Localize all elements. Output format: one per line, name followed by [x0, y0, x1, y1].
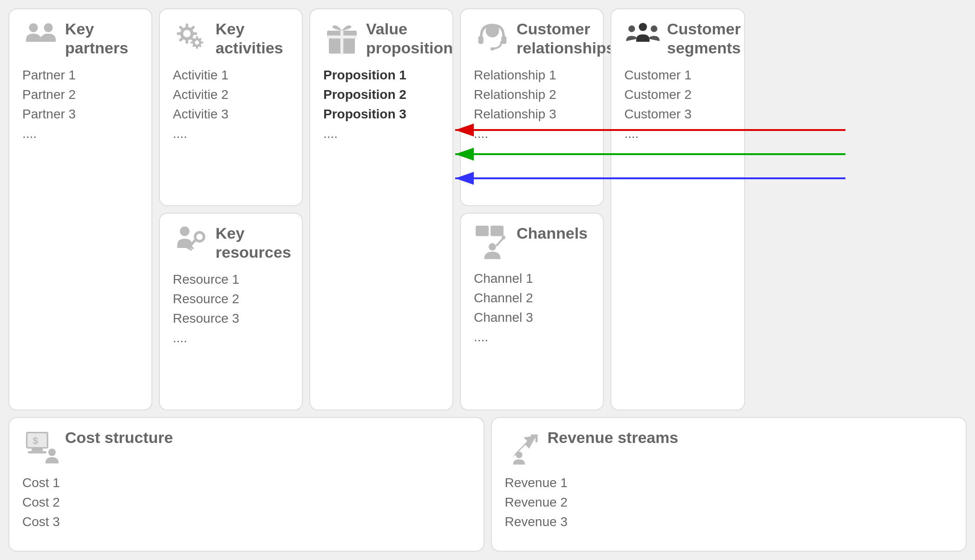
activities-header: Key activities [173, 20, 289, 58]
card-revenue: Revenue streams Revenue 1 Revenue 2 Reve… [491, 417, 967, 552]
svg-rect-15 [478, 36, 484, 44]
segments-header: Customer segments [624, 20, 731, 58]
value-items: Proposition 1 Proposition 2 Proposition … [323, 68, 439, 141]
svg-point-24 [639, 23, 647, 31]
col-activities: Key activities Activitie 1 Activitie 2 A… [159, 8, 303, 410]
list-item: .... [624, 126, 731, 141]
list-item: Cost 1 [22, 475, 471, 490]
list-item: .... [173, 126, 289, 141]
list-item: Activitie 2 [173, 87, 289, 102]
resources-icon [173, 224, 210, 261]
relationships-title: Customer relationships [517, 20, 615, 58]
list-item: Relationship 1 [474, 68, 590, 83]
relationships-icon [474, 20, 511, 57]
svg-point-25 [628, 26, 635, 32]
svg-point-26 [651, 26, 657, 32]
value-item-3: Proposition 3 [323, 107, 439, 122]
svg-point-6 [195, 232, 204, 241]
list-item: Relationship 2 [474, 87, 590, 102]
svg-point-5 [180, 227, 190, 236]
list-item: .... [474, 330, 590, 345]
bottom-section: $ Cost structure Cost 1 Cost 2 Cost 3 [8, 417, 967, 552]
svg-rect-13 [327, 35, 357, 38]
cost-title: Cost structure [65, 428, 173, 447]
list-item: Activitie 3 [173, 107, 289, 122]
card-channels: Channels Channel 1 Channel 2 Channel 3 .… [460, 213, 604, 410]
list-item: Cost 3 [22, 514, 471, 529]
svg-text:$: $ [33, 435, 38, 446]
list-item: Channel 1 [474, 271, 590, 286]
segments-items: Customer 1 Customer 2 Customer 3 .... [624, 68, 731, 141]
value-item-1: Proposition 1 [323, 68, 439, 83]
channels-icon [474, 224, 511, 261]
card-segments: Customer segments Customer 1 Customer 2 … [610, 8, 745, 410]
list-item: Customer 2 [624, 87, 731, 102]
list-item: Resource 2 [173, 292, 289, 306]
list-item: Cost 2 [22, 495, 471, 510]
card-partners-header: Key partners [22, 20, 138, 58]
list-item: Relationship 3 [474, 107, 590, 122]
svg-line-22 [497, 239, 503, 245]
activities-items: Activitie 1 Activitie 2 Activitie 3 .... [173, 68, 289, 141]
list-item: Activitie 1 [173, 68, 289, 83]
svg-line-8 [190, 246, 193, 248]
list-item: Revenue 2 [505, 495, 953, 510]
value-icon [323, 20, 360, 57]
revenue-items: Revenue 1 Revenue 2 Revenue 3 [505, 475, 953, 529]
list-item: Channel 3 [474, 310, 590, 325]
cost-items: Cost 1 Cost 2 Cost 3 [22, 475, 471, 529]
resources-header: Key resources [173, 224, 289, 262]
col-relationships: Customer relationships Relationship 1 Re… [460, 8, 604, 410]
revenue-icon [505, 428, 542, 465]
card-value: Value proposition Proposition 1 Proposit… [309, 8, 453, 410]
list-item: Customer 1 [624, 68, 731, 83]
value-item-2: Proposition 2 [323, 87, 439, 102]
partners-items: Partner 1 Partner 2 Partner 3 .... [22, 68, 138, 141]
value-item-4: .... [323, 126, 439, 141]
channels-header: Channels [474, 224, 590, 261]
list-item: Partner 1 [22, 68, 138, 83]
cost-icon: $ [22, 428, 59, 465]
activities-title: Key activities [216, 20, 283, 58]
card-cost: $ Cost structure Cost 1 Cost 2 Cost 3 [8, 417, 484, 552]
list-item: .... [474, 126, 590, 141]
list-item: .... [173, 331, 289, 345]
svg-rect-12 [340, 30, 343, 54]
segments-icon [624, 20, 661, 57]
list-item: Resource 3 [173, 311, 289, 326]
partners-icon [22, 20, 59, 57]
card-activities: Key activities Activitie 1 Activitie 2 A… [159, 8, 303, 206]
partners-title: Key partners [65, 20, 128, 58]
card-partners: Key partners Partner 1 Partner 2 Partner… [8, 8, 152, 410]
svg-rect-31 [28, 451, 46, 454]
channels-title: Channels [517, 224, 588, 243]
value-title: Value proposition [366, 20, 453, 58]
channels-items: Channel 1 Channel 2 Channel 3 .... [474, 271, 590, 345]
list-item: .... [22, 126, 138, 141]
revenue-header: Revenue streams [505, 428, 953, 465]
resources-items: Resource 1 Resource 2 Resource 3 .... [173, 272, 289, 345]
list-item: Partner 3 [22, 107, 138, 122]
svg-rect-18 [476, 226, 489, 236]
list-item: Partner 2 [22, 87, 138, 102]
svg-rect-19 [491, 226, 504, 236]
activities-icon [173, 20, 210, 57]
value-header: Value proposition [323, 20, 439, 58]
svg-point-0 [29, 23, 38, 32]
svg-rect-30 [32, 449, 43, 451]
list-item: Resource 1 [173, 272, 289, 287]
list-item: Customer 3 [624, 107, 731, 122]
svg-point-21 [489, 243, 496, 251]
svg-point-35 [516, 451, 522, 458]
cost-header: $ Cost structure [22, 428, 471, 465]
segments-title: Customer segments [667, 20, 741, 58]
list-item: Revenue 1 [505, 475, 953, 490]
card-relationships: Customer relationships Relationship 1 Re… [460, 8, 604, 206]
revenue-title: Revenue streams [548, 428, 679, 447]
list-item: Revenue 3 [505, 514, 953, 529]
resources-title: Key resources [216, 224, 291, 262]
card-resources: Key resources Resource 1 Resource 2 Reso… [159, 213, 303, 410]
svg-point-32 [48, 449, 56, 456]
relationships-items: Relationship 1 Relationship 2 Relationsh… [474, 68, 590, 141]
list-item: Channel 2 [474, 291, 590, 306]
